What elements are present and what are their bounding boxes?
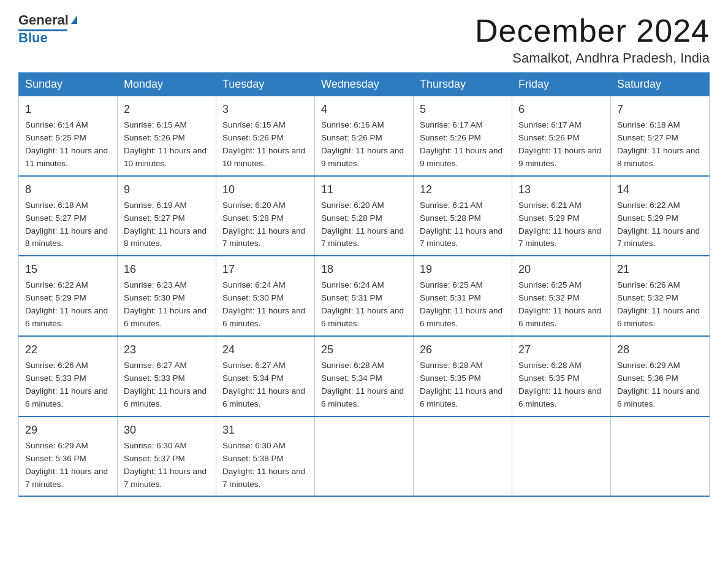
calendar-cell: 26Sunrise: 6:28 AMSunset: 5:35 PMDayligh… xyxy=(414,336,512,416)
day-number: 9 xyxy=(124,182,210,198)
day-info: Sunrise: 6:26 AMSunset: 5:32 PMDaylight:… xyxy=(617,279,703,331)
calendar-table: SundayMondayTuesdayWednesdayThursdayFrid… xyxy=(18,72,710,497)
day-info: Sunrise: 6:23 AMSunset: 5:30 PMDaylight:… xyxy=(124,279,210,331)
day-number: 24 xyxy=(222,342,308,358)
day-number: 4 xyxy=(321,101,407,118)
calendar-cell: 10Sunrise: 6:20 AMSunset: 5:28 PMDayligh… xyxy=(216,176,315,256)
weekday-header-saturday: Saturday xyxy=(611,73,710,96)
calendar-cell: 17Sunrise: 6:24 AMSunset: 5:30 PMDayligh… xyxy=(216,256,315,336)
day-number: 27 xyxy=(518,342,604,358)
day-info: Sunrise: 6:15 AMSunset: 5:26 PMDaylight:… xyxy=(124,119,210,170)
day-info: Sunrise: 6:16 AMSunset: 5:26 PMDaylight:… xyxy=(321,119,407,170)
calendar-cell xyxy=(315,416,414,497)
weekday-header-tuesday: Tuesday xyxy=(216,73,315,96)
calendar-cell: 15Sunrise: 6:22 AMSunset: 5:29 PMDayligh… xyxy=(19,256,118,336)
day-info: Sunrise: 6:25 AMSunset: 5:31 PMDaylight:… xyxy=(420,279,506,331)
calendar-cell: 5Sunrise: 6:17 AMSunset: 5:26 PMDaylight… xyxy=(414,96,512,176)
day-number: 10 xyxy=(222,182,308,198)
day-number: 25 xyxy=(321,342,407,358)
calendar-cell: 7Sunrise: 6:18 AMSunset: 5:27 PMDaylight… xyxy=(611,96,710,176)
day-info: Sunrise: 6:22 AMSunset: 5:29 PMDaylight:… xyxy=(617,199,703,251)
day-info: Sunrise: 6:14 AMSunset: 5:25 PMDaylight:… xyxy=(25,119,111,170)
day-info: Sunrise: 6:28 AMSunset: 5:35 PMDaylight:… xyxy=(518,359,604,411)
day-info: Sunrise: 6:18 AMSunset: 5:27 PMDaylight:… xyxy=(617,119,703,170)
day-info: Sunrise: 6:28 AMSunset: 5:35 PMDaylight:… xyxy=(420,359,506,411)
day-info: Sunrise: 6:26 AMSunset: 5:33 PMDaylight:… xyxy=(25,359,111,411)
day-number: 23 xyxy=(124,342,210,358)
calendar-cell: 31Sunrise: 6:30 AMSunset: 5:38 PMDayligh… xyxy=(216,416,315,497)
calendar-cell: 19Sunrise: 6:25 AMSunset: 5:31 PMDayligh… xyxy=(414,256,512,336)
day-info: Sunrise: 6:17 AMSunset: 5:26 PMDaylight:… xyxy=(420,119,506,170)
day-info: Sunrise: 6:22 AMSunset: 5:29 PMDaylight:… xyxy=(25,279,111,331)
logo-general: General xyxy=(18,12,69,28)
calendar-cell: 30Sunrise: 6:30 AMSunset: 5:37 PMDayligh… xyxy=(118,416,216,497)
day-info: Sunrise: 6:30 AMSunset: 5:37 PMDaylight:… xyxy=(124,440,210,491)
day-info: Sunrise: 6:21 AMSunset: 5:29 PMDaylight:… xyxy=(518,199,604,251)
calendar-week-row: 8Sunrise: 6:18 AMSunset: 5:27 PMDaylight… xyxy=(19,176,710,256)
calendar-cell: 1Sunrise: 6:14 AMSunset: 5:25 PMDaylight… xyxy=(19,96,118,176)
day-info: Sunrise: 6:15 AMSunset: 5:26 PMDaylight:… xyxy=(222,119,308,170)
calendar-cell: 28Sunrise: 6:29 AMSunset: 5:36 PMDayligh… xyxy=(611,336,710,416)
day-number: 31 xyxy=(222,422,308,439)
calendar-cell: 11Sunrise: 6:20 AMSunset: 5:28 PMDayligh… xyxy=(315,176,414,256)
calendar-cell: 25Sunrise: 6:28 AMSunset: 5:34 PMDayligh… xyxy=(315,336,414,416)
calendar-cell: 14Sunrise: 6:22 AMSunset: 5:29 PMDayligh… xyxy=(611,176,710,256)
calendar-week-row: 22Sunrise: 6:26 AMSunset: 5:33 PMDayligh… xyxy=(19,336,710,416)
day-number: 21 xyxy=(617,261,703,278)
calendar-cell: 22Sunrise: 6:26 AMSunset: 5:33 PMDayligh… xyxy=(19,336,118,416)
calendar-cell: 16Sunrise: 6:23 AMSunset: 5:30 PMDayligh… xyxy=(118,256,216,336)
weekday-header-wednesday: Wednesday xyxy=(315,73,414,96)
month-title: December 2024 xyxy=(475,12,710,49)
day-number: 11 xyxy=(321,182,407,198)
calendar-week-row: 15Sunrise: 6:22 AMSunset: 5:29 PMDayligh… xyxy=(19,256,710,336)
day-info: Sunrise: 6:21 AMSunset: 5:28 PMDaylight:… xyxy=(420,199,506,251)
calendar-cell: 13Sunrise: 6:21 AMSunset: 5:29 PMDayligh… xyxy=(512,176,611,256)
day-number: 12 xyxy=(420,182,506,198)
calendar-cell: 12Sunrise: 6:21 AMSunset: 5:28 PMDayligh… xyxy=(414,176,512,256)
day-number: 19 xyxy=(420,261,506,278)
day-number: 28 xyxy=(617,342,703,358)
day-info: Sunrise: 6:24 AMSunset: 5:31 PMDaylight:… xyxy=(321,279,407,331)
calendar-cell: 6Sunrise: 6:17 AMSunset: 5:26 PMDaylight… xyxy=(512,96,611,176)
day-number: 8 xyxy=(25,182,111,198)
day-info: Sunrise: 6:20 AMSunset: 5:28 PMDaylight:… xyxy=(222,199,308,251)
day-number: 3 xyxy=(222,101,308,118)
calendar-cell: 3Sunrise: 6:15 AMSunset: 5:26 PMDaylight… xyxy=(216,96,315,176)
day-info: Sunrise: 6:24 AMSunset: 5:30 PMDaylight:… xyxy=(222,279,308,331)
calendar-cell: 18Sunrise: 6:24 AMSunset: 5:31 PMDayligh… xyxy=(315,256,414,336)
day-number: 14 xyxy=(617,182,703,198)
calendar-cell xyxy=(414,416,512,497)
day-info: Sunrise: 6:19 AMSunset: 5:27 PMDaylight:… xyxy=(124,199,210,251)
day-number: 18 xyxy=(321,261,407,278)
day-number: 5 xyxy=(420,101,506,118)
day-info: Sunrise: 6:18 AMSunset: 5:27 PMDaylight:… xyxy=(25,199,111,251)
weekday-header-monday: Monday xyxy=(118,73,216,96)
day-number: 15 xyxy=(25,261,111,278)
weekday-header-sunday: Sunday xyxy=(19,73,118,96)
day-number: 17 xyxy=(222,261,308,278)
day-info: Sunrise: 6:29 AMSunset: 5:36 PMDaylight:… xyxy=(617,359,703,411)
calendar-cell: 29Sunrise: 6:29 AMSunset: 5:36 PMDayligh… xyxy=(19,416,118,497)
logo-triangle-icon xyxy=(71,15,77,24)
day-number: 20 xyxy=(518,261,604,278)
day-info: Sunrise: 6:25 AMSunset: 5:32 PMDaylight:… xyxy=(518,279,604,331)
calendar-week-row: 29Sunrise: 6:29 AMSunset: 5:36 PMDayligh… xyxy=(19,416,710,497)
day-info: Sunrise: 6:29 AMSunset: 5:36 PMDaylight:… xyxy=(25,440,111,491)
logo-text: General xyxy=(18,12,77,28)
calendar-cell: 24Sunrise: 6:27 AMSunset: 5:34 PMDayligh… xyxy=(216,336,315,416)
day-number: 26 xyxy=(420,342,506,358)
day-number: 2 xyxy=(124,101,210,118)
calendar-week-row: 1Sunrise: 6:14 AMSunset: 5:25 PMDaylight… xyxy=(19,96,710,176)
logo-blue-text: Blue xyxy=(18,30,48,46)
calendar-cell: 4Sunrise: 6:16 AMSunset: 5:26 PMDaylight… xyxy=(315,96,414,176)
calendar-cell xyxy=(512,416,611,497)
day-number: 7 xyxy=(617,101,703,118)
day-info: Sunrise: 6:20 AMSunset: 5:28 PMDaylight:… xyxy=(321,199,407,251)
title-section: December 2024 Samalkot, Andhra Pradesh, … xyxy=(475,12,710,66)
day-number: 16 xyxy=(124,261,210,278)
day-info: Sunrise: 6:17 AMSunset: 5:26 PMDaylight:… xyxy=(518,119,604,170)
calendar-cell: 27Sunrise: 6:28 AMSunset: 5:35 PMDayligh… xyxy=(512,336,611,416)
day-number: 1 xyxy=(25,101,111,118)
day-info: Sunrise: 6:30 AMSunset: 5:38 PMDaylight:… xyxy=(222,440,308,491)
day-number: 13 xyxy=(518,182,604,198)
